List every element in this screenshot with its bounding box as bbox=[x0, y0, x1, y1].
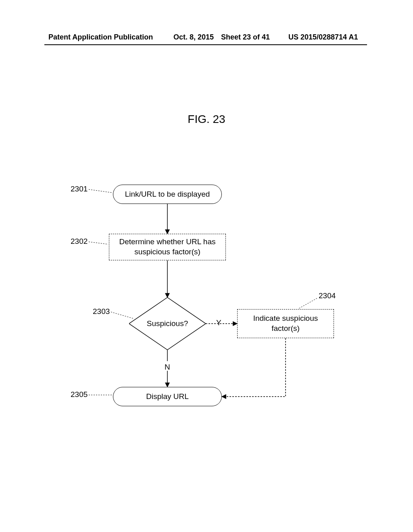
arrow-indicate-to-display bbox=[222, 338, 286, 397]
leader-2304 bbox=[298, 298, 317, 309]
connectors bbox=[0, 0, 413, 532]
leader-2302 bbox=[89, 242, 108, 244]
leader-2303 bbox=[111, 312, 133, 318]
flowchart-canvas: Link/URL to be displayed Determine wheth… bbox=[0, 0, 413, 532]
page: Patent Application Publication Oct. 8, 2… bbox=[0, 0, 413, 532]
leader-2301 bbox=[89, 189, 112, 193]
